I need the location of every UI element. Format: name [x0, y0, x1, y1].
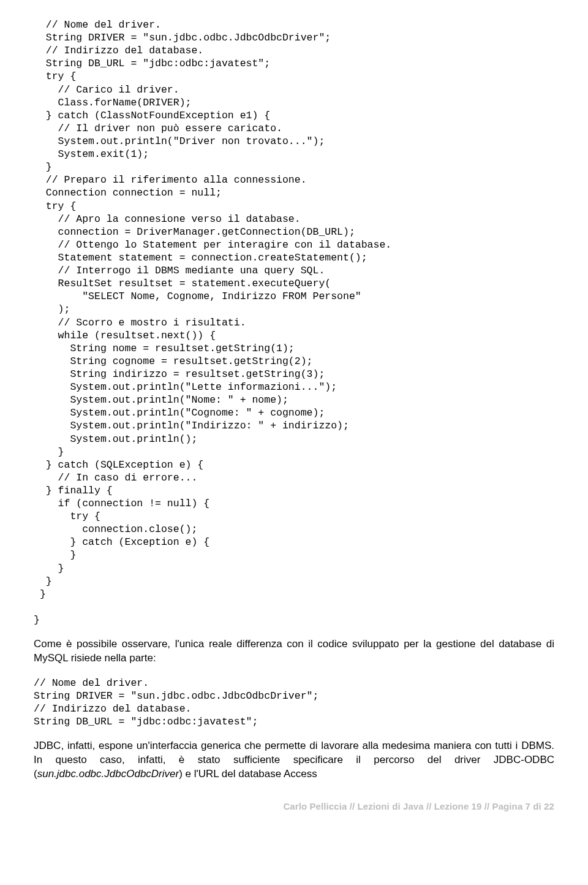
- code-block-2: // Nome del driver. String DRIVER = "sun…: [34, 677, 554, 728]
- document-page: // Nome del driver. String DRIVER = "sun…: [0, 0, 588, 836]
- paragraph-1: Come è possibile osservare, l'unica real…: [34, 637, 554, 666]
- page-footer: Carlo Pelliccia // Lezioni di Java // Le…: [34, 801, 554, 811]
- paragraph-2-italic: sun.jdbc.odbc.JdbcOdbcDriver: [37, 768, 179, 780]
- paragraph-2-text-b: ) e l'URL del database Access: [179, 768, 317, 780]
- code-block-1: // Nome del driver. String DRIVER = "sun…: [34, 18, 554, 626]
- paragraph-2: JDBC, infatti, espone un'interfaccia gen…: [34, 739, 554, 781]
